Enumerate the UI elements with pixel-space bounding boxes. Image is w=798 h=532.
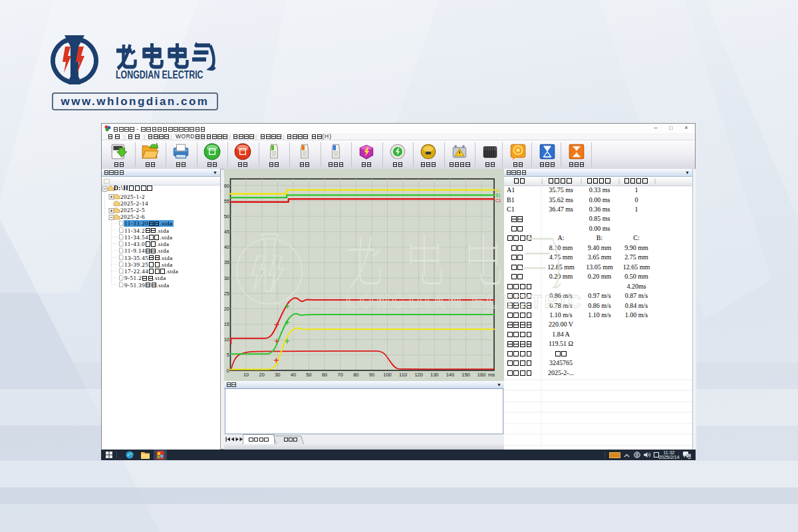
svg-text:110: 110 (399, 372, 407, 378)
svg-text:5: 5 (227, 352, 229, 358)
svg-text:ms: ms (488, 372, 495, 378)
svg-text:50: 50 (224, 213, 229, 219)
svg-text:45: 45 (224, 229, 229, 235)
svg-text:30: 30 (224, 275, 229, 281)
svg-text:55: 55 (224, 198, 229, 204)
svg-text:50: 50 (306, 372, 311, 378)
svg-text:A1: A1 (495, 188, 501, 193)
svg-text:C1: C1 (495, 198, 501, 203)
svg-text:20: 20 (224, 306, 229, 312)
svg-text:60: 60 (224, 183, 229, 189)
svg-text:100: 100 (383, 372, 392, 378)
svg-text:0: 0 (227, 368, 229, 374)
svg-text:40: 40 (291, 372, 296, 378)
svg-text:20: 20 (259, 372, 265, 378)
svg-text:B1: B1 (495, 193, 501, 198)
svg-text:160: 160 (477, 372, 486, 378)
svg-text:10: 10 (243, 372, 249, 378)
svg-text:70: 70 (338, 372, 343, 378)
svg-text:10: 10 (224, 336, 229, 342)
svg-text:130: 130 (430, 372, 439, 378)
svg-text:140: 140 (446, 372, 455, 378)
svg-text:40: 40 (224, 244, 229, 250)
svg-text:15: 15 (224, 321, 229, 327)
svg-text:150: 150 (462, 372, 470, 378)
svg-text:80: 80 (353, 372, 358, 378)
svg-text:25: 25 (224, 291, 229, 297)
svg-text:60: 60 (322, 372, 327, 378)
svg-text:35: 35 (224, 259, 229, 265)
svg-text:90: 90 (369, 372, 374, 378)
svg-text:30: 30 (275, 372, 280, 378)
svg-text:120: 120 (414, 372, 423, 378)
